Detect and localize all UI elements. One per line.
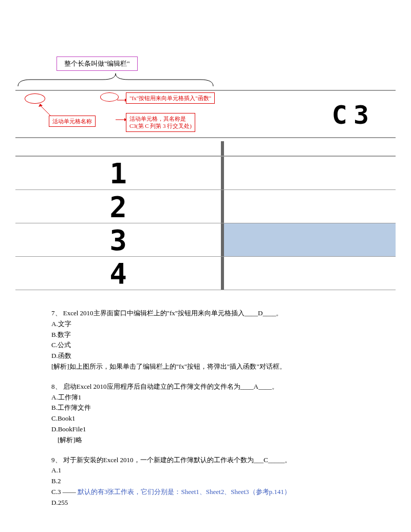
q9-opt-c-note: 默认的有3张工作表，它们分别是：Sheet1、Sheet2、Sheet3（参考p… xyxy=(78,488,291,496)
row-header-4: 4 xyxy=(15,257,224,290)
question-text-body: 7、 Excel 2010主界面窗口中编辑栏上的"fx"按钮用来向单元格插入__… xyxy=(15,308,396,508)
q7-explanation: [解析]如上图所示，如果单击了编辑栏上的"fx"按钮，将弹出"插入函数"对话框。 xyxy=(51,362,380,372)
formula-bar-title: 整个长条叫做"编辑栏" xyxy=(64,60,130,67)
fx-circle xyxy=(100,92,119,102)
arrow-icon xyxy=(113,116,126,125)
active-cell-note: 活动单元格，其名称是 C3(第 C 列第 3 行交叉处) xyxy=(126,113,195,132)
brace-icon xyxy=(15,72,216,87)
q7-opt-c: C.公式 xyxy=(51,340,380,351)
q9-stem: 9、 对于新安装的Excel 2010，一个新建的工作簿默认的工作表个数为___… xyxy=(51,456,291,464)
q7-opt-b: B.数字 xyxy=(51,330,380,340)
row-2: 2 xyxy=(15,190,396,223)
question-8: 8、 启动Excel 2010应用程序后自动建立的工作簿文件的文件名为____A… xyxy=(51,382,380,446)
q8-opt-a: A.工作簿1 xyxy=(51,392,380,403)
question-7: 7、 Excel 2010主界面窗口中编辑栏上的"fx"按钮用来向单元格插入__… xyxy=(51,308,380,372)
formula-bar-diagram: 整个长条叫做"编辑栏" "fx"按钮用来向单元格插入"函数" 活动单元格名称 活… xyxy=(15,51,396,298)
name-box-note: 活动单元格名称 xyxy=(49,116,96,127)
q8-stem: 8、 启动Excel 2010应用程序后自动建立的工作簿文件的文件名为____A… xyxy=(51,383,278,390)
q8-opt-d: D.BookFile1 xyxy=(51,424,380,435)
row-header-2: 2 xyxy=(15,190,224,223)
row-3-selected: 3 xyxy=(15,223,396,257)
q7-stem: 7、 Excel 2010主界面窗口中编辑栏上的"fx"按钮用来向单元格插入__… xyxy=(51,309,283,317)
q8-opt-b: B.工作簿文件 xyxy=(51,403,380,413)
column-header-row xyxy=(15,141,396,157)
row-header-1: 1 xyxy=(15,157,224,189)
q7-opt-d: D.函数 xyxy=(51,351,380,362)
row-header-3: 3 xyxy=(15,223,224,256)
question-9: 9、 对于新安装的Excel 2010，一个新建的工作簿默认的工作表个数为___… xyxy=(51,455,380,508)
svg-marker-3 xyxy=(39,104,43,107)
spreadsheet-grid: 1 2 3 4 xyxy=(15,141,396,290)
q9-opt-a: A.1 xyxy=(51,465,380,476)
row-4: 4 xyxy=(15,257,396,290)
formula-bar-title-box: 整个长条叫做"编辑栏" xyxy=(57,56,138,71)
q9-opt-d: D.255 xyxy=(51,498,380,508)
row-1: 1 xyxy=(15,157,396,190)
cell-reference-display: C3 xyxy=(332,100,375,130)
q7-opt-a: A.文字 xyxy=(51,319,380,330)
svg-line-2 xyxy=(40,105,50,116)
q9-opt-b: B.2 xyxy=(51,476,380,487)
fx-note: "fx"按钮用来向单元格插入"函数" xyxy=(126,92,215,104)
name-box-circle xyxy=(25,93,45,104)
q8-explanation: [解析]略 xyxy=(51,435,380,446)
q9-opt-c: C.3 —— 默认的有3张工作表，它们分别是：Sheet1、Sheet2、She… xyxy=(51,487,380,498)
q8-opt-c: C.Book1 xyxy=(51,413,380,424)
